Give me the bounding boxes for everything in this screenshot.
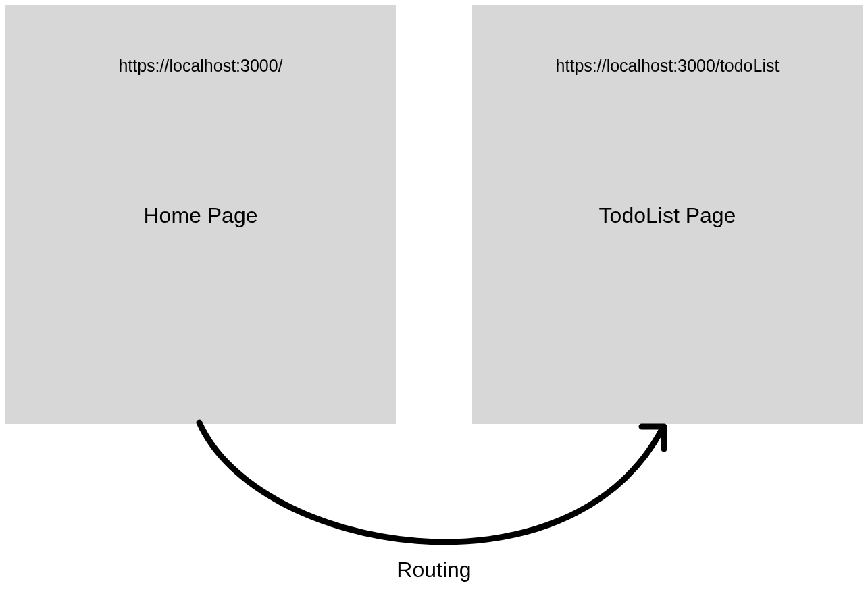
home-page-title: Home Page — [5, 203, 396, 228]
todolist-page-panel: https://localhost:3000/todoList TodoList… — [472, 5, 863, 424]
diagram-container: https://localhost:3000/ Home Page https:… — [0, 0, 868, 594]
home-page-panel: https://localhost:3000/ Home Page — [5, 5, 396, 424]
home-page-url: https://localhost:3000/ — [5, 56, 396, 76]
todolist-page-title: TodoList Page — [472, 203, 863, 228]
routing-label: Routing — [0, 558, 868, 583]
routing-arrow-icon — [189, 417, 675, 566]
todolist-page-url: https://localhost:3000/todoList — [472, 56, 863, 76]
